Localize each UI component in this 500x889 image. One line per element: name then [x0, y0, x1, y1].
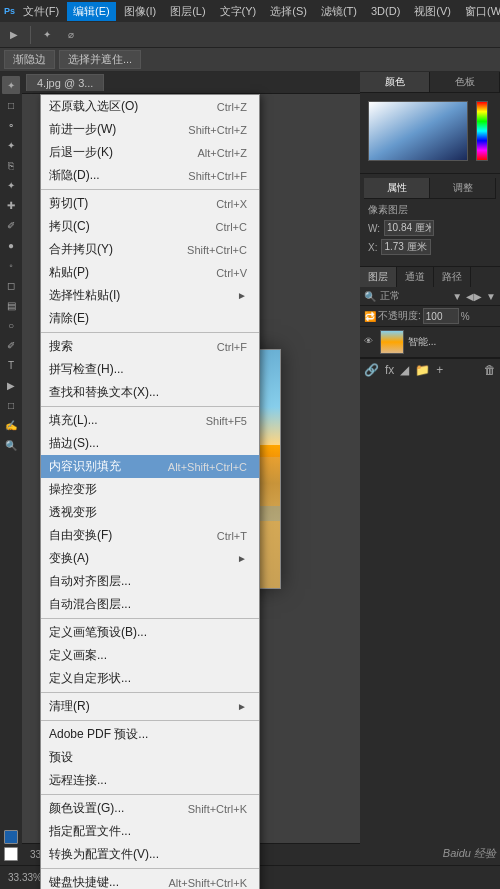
menu-transform[interactable]: 变换(A) ►: [41, 547, 259, 570]
sep-4: [41, 618, 259, 619]
menu-undo-shortcut: Ctrl+Z: [217, 101, 247, 113]
eraser-tool[interactable]: ◻: [2, 276, 20, 294]
text-tool[interactable]: T: [2, 356, 20, 374]
menu-keyboard-shortcuts[interactable]: 键盘快捷键... Alt+Shift+Ctrl+K: [41, 871, 259, 889]
menu-3d[interactable]: 3D(D): [365, 3, 406, 19]
menu-fade-shortcut: Shift+Ctrl+F: [188, 170, 247, 182]
menu-paste[interactable]: 粘贴(P) Ctrl+V: [41, 261, 259, 284]
menu-file[interactable]: 文件(F): [17, 2, 65, 21]
adjustments-tab[interactable]: 调整: [430, 178, 496, 198]
swatches-tab[interactable]: 色板: [430, 72, 500, 92]
hand-tool[interactable]: ✍: [2, 416, 20, 434]
channels-tab[interactable]: 通道: [397, 267, 434, 287]
menu-presets[interactable]: 预设: [41, 746, 259, 769]
quick-select-tool[interactable]: ✦: [2, 136, 20, 154]
menu-view[interactable]: 视图(V): [408, 2, 457, 21]
menu-fill[interactable]: 填充(L)... Shift+F5: [41, 409, 259, 432]
delete-layer-icon[interactable]: 🗑: [484, 363, 496, 377]
gradient-tool[interactable]: ▤: [2, 296, 20, 314]
menu-step-back-label: 后退一步(K): [49, 144, 113, 161]
layers-tabs: 图层 通道 路径: [360, 267, 500, 287]
add-mask-icon[interactable]: ◢: [400, 363, 409, 377]
menu-auto-blend[interactable]: 自动混合图层...: [41, 593, 259, 616]
paths-tab[interactable]: 路径: [434, 267, 471, 287]
color-tab[interactable]: 颜色: [360, 72, 430, 92]
brush-tool[interactable]: ✐: [2, 216, 20, 234]
clone-tool[interactable]: ●: [2, 236, 20, 254]
menu-edit[interactable]: 编辑(E): [67, 2, 116, 21]
menu-clear[interactable]: 清除(E): [41, 307, 259, 330]
properties-tab[interactable]: 属性: [364, 178, 430, 198]
menu-puppet-warp[interactable]: 操控变形: [41, 478, 259, 501]
canvas-tab[interactable]: 4.jpg @ 3...: [26, 74, 104, 91]
menu-copy[interactable]: 拷贝(C) Ctrl+C: [41, 215, 259, 238]
menu-find-replace[interactable]: 查找和替换文本(X)...: [41, 381, 259, 404]
menu-auto-align[interactable]: 自动对齐图层...: [41, 570, 259, 593]
zoom-tool[interactable]: 🔍: [2, 436, 20, 454]
menu-color-settings[interactable]: 颜色设置(G)... Shift+Ctrl+K: [41, 797, 259, 820]
menu-transform-label: 变换(A): [49, 550, 89, 567]
menu-spellcheck[interactable]: 拼写检查(H)...: [41, 358, 259, 381]
menu-step-forward[interactable]: 前进一步(W) Shift+Ctrl+Z: [41, 118, 259, 141]
menu-image[interactable]: 图像(I): [118, 2, 162, 21]
menu-convert-profile[interactable]: 转换为配置文件(V)...: [41, 843, 259, 866]
menu-define-pattern[interactable]: 定义画案...: [41, 644, 259, 667]
menu-paste-special[interactable]: 选择性粘贴(I) ►: [41, 284, 259, 307]
history-brush-tool[interactable]: ◦: [2, 256, 20, 274]
add-style-icon[interactable]: fx: [385, 363, 394, 377]
menu-define-shape[interactable]: 定义自定形状...: [41, 667, 259, 690]
new-layer-icon[interactable]: +: [436, 363, 443, 377]
move-tool[interactable]: ✦: [2, 76, 20, 94]
eyedropper-tool[interactable]: ✦: [2, 176, 20, 194]
menu-remote[interactable]: 远程连接...: [41, 769, 259, 792]
menu-content-aware-fill[interactable]: 内容识别填充 Alt+Shift+Ctrl+C: [41, 455, 259, 478]
menu-spellcheck-label: 拼写检查(H)...: [49, 361, 124, 378]
crop-tool[interactable]: ⎘: [2, 156, 20, 174]
layers-panel: 图层 通道 路径 🔍 正常 ▼ ◀▶ ▼ 🔁 不透明度: % 👁 智能...: [360, 266, 500, 865]
menu-purge[interactable]: 清理(R) ►: [41, 695, 259, 718]
path-select-tool[interactable]: ▶: [2, 376, 20, 394]
select-mask-btn[interactable]: 选择并遮住...: [59, 50, 141, 69]
menu-assign-profile[interactable]: 指定配置文件...: [41, 820, 259, 843]
layer-visibility-icon[interactable]: 👁: [364, 336, 376, 348]
menu-free-transform-shortcut: Ctrl+T: [217, 530, 247, 542]
menu-fade[interactable]: 渐隐(D)... Shift+Ctrl+F: [41, 164, 259, 187]
background-color-swatch[interactable]: [4, 847, 18, 861]
menu-clear-label: 清除(E): [49, 310, 89, 327]
lasso-tool[interactable]: ⚬: [2, 116, 20, 134]
menu-copy-merged[interactable]: 合并拷贝(Y) Shift+Ctrl+C: [41, 238, 259, 261]
menu-perspective-warp[interactable]: 透视变形: [41, 501, 259, 524]
dodge-tool[interactable]: ○: [2, 316, 20, 334]
x-input[interactable]: [381, 239, 431, 255]
menu-step-back[interactable]: 后退一步(K) Alt+Ctrl+Z: [41, 141, 259, 164]
shape-tool[interactable]: □: [2, 396, 20, 414]
pen-tool[interactable]: ✐: [2, 336, 20, 354]
menu-undo-label: 还原载入选区(O): [49, 98, 138, 115]
menu-stroke[interactable]: 描边(S)...: [41, 432, 259, 455]
menu-adobe-pdf[interactable]: Adobe PDF 预设...: [41, 723, 259, 746]
foreground-color-swatch[interactable]: [4, 830, 18, 844]
layers-tab[interactable]: 图层: [360, 267, 397, 287]
menu-text[interactable]: 文字(Y): [214, 2, 263, 21]
menu-layer[interactable]: 图层(L): [164, 2, 211, 21]
menu-define-brush[interactable]: 定义画笔预设(B)...: [41, 621, 259, 644]
width-input[interactable]: [384, 220, 434, 236]
menu-search-label: 搜索: [49, 338, 73, 355]
menu-search[interactable]: 搜索 Ctrl+F: [41, 335, 259, 358]
healing-tool[interactable]: ✚: [2, 196, 20, 214]
menu-cut[interactable]: 剪切(T) Ctrl+X: [41, 192, 259, 215]
opacity-input[interactable]: [423, 308, 459, 324]
link-layers-icon[interactable]: 🔗: [364, 363, 379, 377]
magic-wand-icon[interactable]: ✦: [37, 25, 57, 45]
new-group-icon[interactable]: 📁: [415, 363, 430, 377]
marquee-tool[interactable]: □: [2, 96, 20, 114]
menu-select[interactable]: 选择(S): [264, 2, 313, 21]
fade-edge-btn[interactable]: 渐隐边: [4, 50, 55, 69]
menu-free-transform[interactable]: 自由变换(F) Ctrl+T: [41, 524, 259, 547]
layer-item[interactable]: 👁 智能...: [360, 327, 500, 358]
menu-window[interactable]: 窗口(W): [459, 2, 500, 21]
menu-filter[interactable]: 滤镜(T): [315, 2, 363, 21]
lasso-icon[interactable]: ⌀: [61, 25, 81, 45]
select-tool-icon[interactable]: ▶: [4, 25, 24, 45]
menu-undo[interactable]: 还原载入选区(O) Ctrl+Z: [41, 95, 259, 118]
